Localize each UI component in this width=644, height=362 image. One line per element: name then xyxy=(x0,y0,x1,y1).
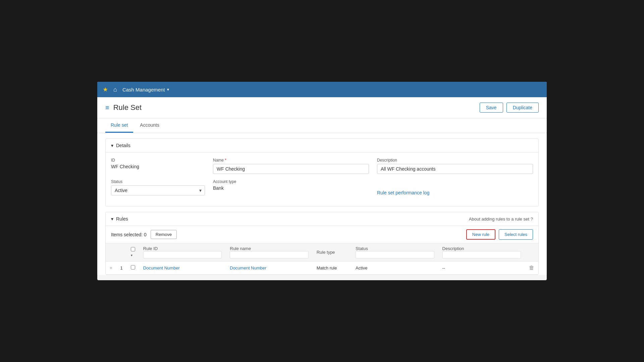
th-checkbox: ▾ xyxy=(127,243,139,261)
rules-section: ▾ Rules About adding rules to a rule set… xyxy=(105,212,539,275)
performance-log-link[interactable]: Rule set performance log xyxy=(377,190,533,195)
star-icon[interactable]: ★ xyxy=(103,86,108,93)
details-section-header[interactable]: ▾ Details xyxy=(106,139,538,153)
chevron-down-icon: ▾ xyxy=(167,87,169,92)
tabs: Rule set Accounts xyxy=(97,118,547,133)
details-section: ▾ Details ID WF Checking Name * xyxy=(105,138,539,206)
rule-id-cell: Document Number xyxy=(139,261,226,275)
description-field-group: Description xyxy=(377,158,533,174)
th-num xyxy=(116,243,127,261)
rule-name-link[interactable]: Document Number xyxy=(230,265,266,270)
details-section-label: Details xyxy=(116,143,130,148)
rules-section-header: ▾ Rules About adding rules to a rule set… xyxy=(106,212,538,226)
id-value: WF Checking xyxy=(111,164,205,169)
chevron-down-icon[interactable]: ▾ xyxy=(131,253,132,257)
description-cell: -- xyxy=(438,261,525,275)
th-status: Status xyxy=(352,243,438,261)
rules-toolbar: Items selected: 0 Remove New rule Select… xyxy=(106,226,538,243)
rules-about-text-wrapper: About adding rules to a rule set ? xyxy=(469,217,533,222)
th-drag xyxy=(106,243,116,261)
row-checkbox[interactable] xyxy=(131,265,135,269)
rule-id-link[interactable]: Document Number xyxy=(143,265,180,270)
page-title: Rule Set xyxy=(113,103,142,112)
table-row: ≡ 1 Document Number Document Number xyxy=(106,261,538,275)
details-section-body: ID WF Checking Name * Description xyxy=(106,153,538,206)
breadcrumb[interactable]: Cash Management ▾ xyxy=(122,87,169,93)
header-buttons: Save Duplicate xyxy=(480,103,539,113)
form-row-2: Status Active Inactive Account type Bank xyxy=(111,179,533,195)
top-nav: ★ ⌂ Cash Management ▾ xyxy=(97,82,547,97)
id-label: ID xyxy=(111,158,205,163)
delete-cell: 🗑 xyxy=(525,261,538,275)
home-icon[interactable]: ⌂ xyxy=(113,86,117,93)
status-label: Status xyxy=(111,179,205,184)
th-rule-name: Rule name xyxy=(226,243,312,261)
rules-section-header-left[interactable]: ▾ Rules xyxy=(111,216,128,222)
description-input[interactable] xyxy=(377,164,533,174)
status-select[interactable]: Active Inactive xyxy=(111,185,205,195)
status-cell: Active xyxy=(352,261,438,275)
status-select-wrapper: Active Inactive xyxy=(111,185,205,195)
tab-rule-set[interactable]: Rule set xyxy=(105,118,133,133)
rule-type-cell: Match rule xyxy=(313,261,352,275)
chevron-down-icon: ▾ xyxy=(111,143,113,148)
select-rules-button[interactable]: Select rules xyxy=(499,229,533,240)
new-rule-button[interactable]: New rule xyxy=(466,229,495,240)
app-window: ★ ⌂ Cash Management ▾ ≡ Rule Set Save Du… xyxy=(97,82,547,280)
drag-handle-cell: ≡ xyxy=(106,261,116,275)
name-required-indicator: * xyxy=(225,158,226,163)
th-rule-id: Rule ID xyxy=(139,243,226,261)
name-input[interactable] xyxy=(213,164,369,174)
drag-handle-icon[interactable]: ≡ xyxy=(110,265,112,270)
list-icon: ≡ xyxy=(105,104,109,112)
delete-icon[interactable]: 🗑 xyxy=(529,265,534,270)
rules-table: ▾ Rule ID Rule name Rule type xyxy=(106,243,538,275)
items-selected-text: Items selected: 0 xyxy=(111,232,147,237)
help-icon[interactable]: ? xyxy=(531,217,533,222)
status-field-group: Status Active Inactive xyxy=(111,179,205,195)
rule-name-cell: Document Number xyxy=(226,261,312,275)
tab-accounts[interactable]: Accounts xyxy=(135,118,165,133)
page-header-left: ≡ Rule Set xyxy=(105,103,142,112)
remove-button[interactable]: Remove xyxy=(151,230,177,239)
chevron-down-icon: ▾ xyxy=(111,216,113,222)
rules-toolbar-left: Items selected: 0 Remove xyxy=(111,230,177,239)
rules-about-text: About adding rules to a rule set xyxy=(469,217,529,222)
page-header: ≡ Rule Set Save Duplicate xyxy=(97,97,547,118)
save-button[interactable]: Save xyxy=(480,103,503,113)
breadcrumb-label: Cash Management xyxy=(122,87,165,93)
name-field-group: Name * xyxy=(213,158,369,174)
description-label: Description xyxy=(377,158,533,163)
duplicate-button[interactable]: Duplicate xyxy=(506,103,539,113)
account-type-label: Account type xyxy=(213,179,369,184)
select-all-checkbox[interactable] xyxy=(131,247,135,251)
th-description: Description xyxy=(438,243,525,261)
account-type-value: Bank xyxy=(213,185,369,191)
th-actions xyxy=(525,243,538,261)
rule-name-filter[interactable] xyxy=(230,251,308,258)
main-content: ≡ Rule Set Save Duplicate Rule set Accou… xyxy=(97,97,547,275)
performance-log-group: Rule set performance log xyxy=(377,179,533,195)
account-type-group: Account type Bank xyxy=(213,179,369,195)
description-filter[interactable] xyxy=(442,251,521,258)
table-header-row: ▾ Rule ID Rule name Rule type xyxy=(106,243,538,261)
rules-section-label: Rules xyxy=(116,216,128,222)
th-rule-type: Rule type xyxy=(313,243,352,261)
rules-toolbar-right: New rule Select rules xyxy=(466,229,533,240)
rule-id-filter[interactable] xyxy=(143,251,222,258)
status-filter[interactable] xyxy=(356,251,434,258)
row-num-cell: 1 xyxy=(116,261,127,275)
form-row-1: ID WF Checking Name * Description xyxy=(111,158,533,174)
id-field-group: ID WF Checking xyxy=(111,158,205,174)
row-checkbox-cell xyxy=(127,261,139,275)
name-label: Name * xyxy=(213,158,369,163)
